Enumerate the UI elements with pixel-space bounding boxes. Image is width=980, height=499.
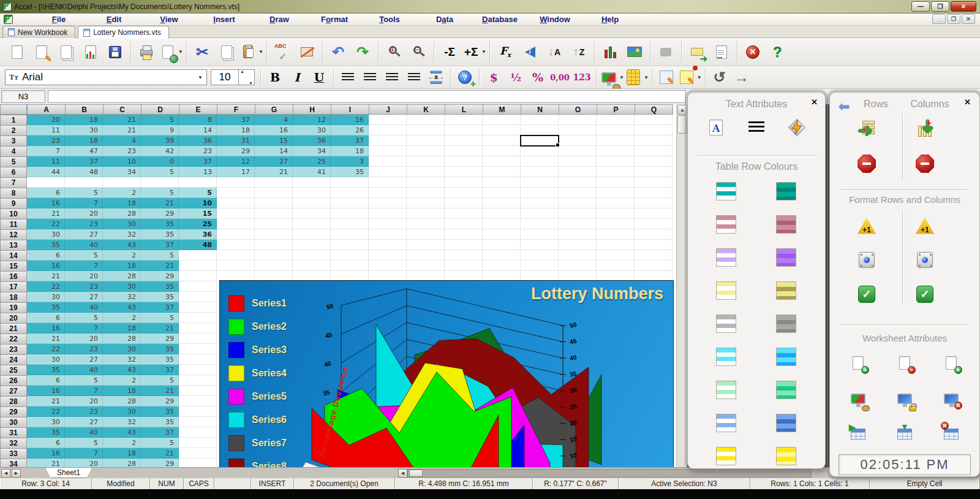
dropdown-arrow-icon[interactable]: ▼ — [198, 75, 203, 80]
cell-E19[interactable] — [179, 302, 217, 313]
row-header-6[interactable]: 6 — [0, 167, 27, 178]
column-header-H[interactable]: H — [293, 104, 331, 115]
cell-C2[interactable]: 21 — [103, 125, 141, 135]
cell-F6[interactable]: 17 — [217, 167, 255, 177]
cell-E1[interactable]: 8 — [179, 115, 217, 125]
doc-tab-new-workbook[interactable]: New Workbook — [2, 26, 75, 38]
cell-L8[interactable] — [445, 188, 483, 198]
row-colour-blue-solid[interactable] — [776, 414, 796, 432]
cell-N12[interactable] — [521, 229, 559, 240]
cell-Q8[interactable] — [635, 188, 673, 198]
row-header-31[interactable]: 31 — [0, 427, 27, 438]
menu-tools[interactable]: Tools — [362, 15, 417, 24]
cell-I5[interactable]: 3 — [331, 156, 369, 167]
menu-view[interactable]: View — [141, 15, 197, 24]
restore-button[interactable]: ❐ — [931, 1, 949, 12]
cell-N5[interactable] — [521, 156, 559, 167]
cell-A32[interactable]: 6 — [27, 438, 65, 448]
close-button[interactable]: ✕ — [951, 1, 976, 12]
row-header-28[interactable]: 28 — [0, 396, 27, 407]
cell-D5[interactable]: 0 — [141, 156, 179, 167]
cell-A31[interactable]: 35 — [27, 427, 65, 438]
cell-B15[interactable]: 7 — [65, 261, 103, 271]
copy-document-button[interactable] — [54, 40, 78, 64]
cell-H14[interactable] — [293, 250, 331, 261]
cell-C31[interactable]: 43 — [103, 427, 141, 438]
cell-N10[interactable] — [521, 208, 559, 219]
cell-I1[interactable]: 16 — [331, 115, 369, 125]
help-add-button[interactable]: ?+ — [454, 67, 476, 87]
cell-B24[interactable]: 27 — [65, 354, 103, 365]
cell-D1[interactable]: 5 — [141, 115, 179, 125]
cell-A14[interactable]: 6 — [27, 250, 65, 261]
cell-C17[interactable]: 30 — [103, 281, 141, 292]
cell-D19[interactable]: 37 — [141, 302, 179, 313]
cell-D15[interactable]: 21 — [141, 261, 179, 271]
align-justify-button[interactable] — [403, 67, 425, 87]
cell-F7[interactable] — [217, 177, 255, 188]
cell-L15[interactable] — [445, 261, 483, 271]
cell-J10[interactable] — [369, 208, 407, 219]
cell-L9[interactable] — [445, 198, 483, 208]
cell-A21[interactable]: 16 — [27, 323, 65, 333]
cell-F1[interactable]: 37 — [217, 115, 255, 125]
cell-A1[interactable]: 20 — [27, 115, 65, 125]
cell-M10[interactable] — [483, 208, 521, 219]
column-header-A[interactable]: A — [27, 104, 66, 115]
cell-P10[interactable] — [597, 208, 635, 219]
cell-H13[interactable] — [293, 240, 331, 250]
cell-J11[interactable] — [369, 219, 407, 229]
cell-O6[interactable] — [559, 167, 597, 177]
column-header-F[interactable]: F — [217, 104, 255, 115]
send-mail-button[interactable]: ➜ — [685, 40, 709, 64]
row-header-14[interactable]: 14 — [0, 250, 27, 261]
cell-A7[interactable] — [27, 177, 65, 188]
column-header-I[interactable]: I — [331, 104, 369, 115]
cell-L12[interactable] — [445, 229, 483, 240]
cell-B20[interactable]: 5 — [65, 313, 103, 323]
cell-K2[interactable] — [407, 125, 445, 135]
cell-P1[interactable] — [597, 115, 635, 125]
row-header-32[interactable]: 32 — [0, 438, 27, 449]
edit-document-button[interactable]: ✎ — [29, 40, 54, 64]
cell-A8[interactable]: 6 — [27, 188, 65, 198]
cell-I10[interactable] — [331, 208, 369, 219]
row-header-10[interactable]: 10 — [0, 208, 27, 219]
column-header-J[interactable]: J — [369, 104, 407, 115]
cell-C5[interactable]: 10 — [103, 156, 141, 167]
column-header-O[interactable]: O — [559, 104, 597, 115]
go-next-button[interactable]: → — [731, 67, 753, 87]
select-all-corner[interactable] — [0, 104, 27, 115]
cell-F2[interactable]: 18 — [217, 125, 255, 135]
cell-G7[interactable] — [255, 177, 293, 188]
cell-reference-box[interactable]: N3 — [1, 90, 45, 103]
row-header-29[interactable]: 29 — [0, 406, 27, 417]
cell-A29[interactable]: 22 — [27, 406, 65, 417]
cell-N6[interactable] — [521, 167, 559, 177]
cell-Q15[interactable] — [635, 261, 673, 271]
cell-A9[interactable]: 16 — [27, 198, 65, 208]
cell-F10[interactable] — [217, 208, 255, 219]
cell-E10[interactable]: 15 — [179, 208, 217, 219]
format-decimal-button[interactable]: 0,00 — [549, 67, 571, 87]
cell-E13[interactable]: 48 — [179, 240, 217, 250]
doc-tab-lottery-nommers-vts[interactable]: Lottery Nommers.vts — [78, 26, 169, 39]
cell-D27[interactable]: 21 — [141, 386, 179, 396]
cell-A11[interactable]: 22 — [27, 219, 65, 229]
cell-J14[interactable] — [369, 250, 407, 261]
cell-F5[interactable]: 12 — [217, 156, 255, 167]
cell-P8[interactable] — [597, 188, 635, 198]
align-left-button[interactable] — [337, 67, 359, 87]
cell-I13[interactable] — [331, 240, 369, 250]
cell-M14[interactable] — [483, 250, 521, 261]
cell-H4[interactable]: 34 — [293, 146, 331, 156]
cell-A30[interactable]: 30 — [27, 417, 65, 427]
cell-K11[interactable] — [407, 219, 445, 229]
cell-B22[interactable]: 20 — [65, 333, 103, 344]
row-colour-gray-striped[interactable] — [716, 314, 736, 333]
cell-E4[interactable]: 23 — [179, 146, 217, 156]
row-colour-khaki-striped[interactable] — [716, 281, 736, 300]
cell-D26[interactable]: 5 — [141, 375, 179, 386]
cell-K10[interactable] — [407, 208, 445, 219]
cell-B12[interactable]: 27 — [65, 229, 103, 240]
